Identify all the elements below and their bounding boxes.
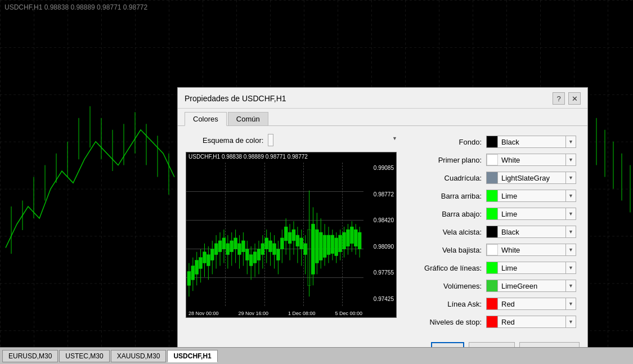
price-label-3: 0.98090 (365, 244, 396, 250)
svg-rect-87 (253, 252, 257, 263)
tab-comun[interactable]: Común (228, 112, 268, 125)
tab-bar: EURUSD,M30 USTEC,M30 XAUUSD,M30 USDCHF,H… (0, 347, 633, 364)
svg-rect-77 (214, 244, 218, 255)
setting-row-cuadricula: Cuadrícula: LightSlateGray ▼ (408, 170, 580, 186)
svg-rect-80 (226, 244, 230, 255)
color-dropdown-niveles-stop[interactable]: ▼ (565, 316, 576, 327)
setting-row-volumenes: Volúmenes: LimeGreen ▼ (408, 278, 580, 294)
color-swatch-linea-ask (487, 298, 498, 309)
color-picker-linea-ask[interactable]: Red ▼ (486, 298, 576, 310)
color-picker-primerplano[interactable]: White ▼ (486, 154, 576, 166)
properties-dialog: Propiedades de USDCHF,H1 ? ✕ Colores Com… (177, 87, 588, 364)
color-picker-grafico-lineas[interactable]: Lime ▼ (486, 262, 576, 274)
close-button[interactable]: ✕ (568, 92, 581, 105)
time-label-0: 28 Nov 00:00 (188, 311, 219, 316)
setting-row-barra-arriba: Barra arriba: Lime ▼ (408, 188, 580, 204)
color-scheme-select[interactable] (268, 134, 273, 146)
svg-rect-79 (222, 238, 226, 249)
preview-time-labels: 28 Nov 00:00 29 Nov 16:00 1 Dec 08:00 5 … (188, 311, 362, 316)
setting-label-cuadricula: Cuadrícula: (408, 174, 482, 182)
color-scheme-row: Esquema de color: (186, 134, 399, 146)
color-picker-volumenes[interactable]: LimeGreen ▼ (486, 280, 576, 292)
svg-rect-93 (276, 249, 280, 260)
svg-rect-98 (296, 235, 299, 246)
color-dropdown-grafico-lineas[interactable]: ▼ (565, 262, 576, 273)
svg-rect-91 (269, 241, 272, 252)
color-picker-vela-alcista[interactable]: Black ▼ (486, 226, 576, 238)
tab-eurusd[interactable]: EURUSD,M30 (2, 350, 58, 362)
color-dropdown-vela-alcista[interactable]: ▼ (565, 226, 576, 237)
preview-candles-svg (186, 163, 363, 306)
color-name-linea-ask: Red (498, 300, 565, 308)
svg-rect-73 (199, 258, 203, 269)
color-swatch-cuadricula (487, 172, 498, 183)
color-dropdown-cuadricula[interactable]: ▼ (565, 172, 576, 183)
svg-rect-84 (241, 241, 245, 252)
color-picker-barra-arriba[interactable]: Lime ▼ (486, 190, 576, 202)
color-dropdown-barra-abajo[interactable]: ▼ (565, 208, 576, 219)
setting-row-vela-bajista: Vela bajista: White ▼ (408, 242, 580, 258)
color-name-barra-arriba: Lime (498, 192, 565, 200)
color-name-barra-abajo: Lime (498, 210, 565, 218)
svg-rect-88 (257, 249, 261, 260)
svg-rect-112 (350, 227, 353, 244)
dialog-controls: ? ✕ (553, 92, 581, 105)
color-swatch-primerplano (487, 154, 498, 165)
svg-rect-100 (304, 244, 307, 255)
price-label-4: 0.97755 (365, 269, 396, 276)
svg-rect-71 (191, 266, 195, 280)
color-dropdown-barra-arriba[interactable]: ▼ (565, 190, 576, 201)
svg-rect-74 (203, 252, 206, 263)
svg-rect-110 (343, 232, 346, 249)
color-swatch-barra-abajo (487, 208, 498, 219)
svg-rect-111 (346, 230, 349, 246)
tab-colores[interactable]: Colores (185, 112, 227, 126)
setting-label-barra-abajo: Barra abajo: (408, 210, 482, 218)
time-label-1: 29 Nov 16:00 (238, 311, 268, 316)
price-label-0: 0.99085 (365, 165, 396, 171)
setting-label-grafico-lineas: Gráfico de líneas: (408, 264, 482, 272)
color-dropdown-linea-ask[interactable]: ▼ (565, 298, 576, 309)
color-dropdown-vela-bajista[interactable]: ▼ (565, 244, 576, 255)
svg-rect-89 (261, 244, 264, 255)
setting-label-primerplano: Primer plano: (408, 156, 482, 164)
svg-rect-99 (300, 238, 303, 249)
setting-row-vela-alcista: Vela alcista: Black ▼ (408, 224, 580, 240)
svg-rect-90 (265, 238, 268, 249)
dialog-titlebar: Propiedades de USDCHF,H1 ? ✕ (178, 88, 587, 109)
color-picker-vela-bajista[interactable]: White ▼ (486, 244, 576, 256)
color-picker-cuadricula[interactable]: LightSlateGray ▼ (486, 172, 576, 184)
color-picker-barra-abajo[interactable]: Lime ▼ (486, 208, 576, 220)
color-picker-niveles-stop[interactable]: Red ▼ (486, 316, 576, 328)
setting-label-barra-arriba: Barra arriba: (408, 192, 482, 200)
color-name-primerplano: White (498, 156, 565, 164)
setting-row-niveles-stop: Niveles de stop: Red ▼ (408, 314, 580, 330)
preview-panel: Esquema de color: USDCHF,H1 0.98838 0.98… (186, 134, 399, 332)
svg-rect-78 (218, 241, 222, 252)
dialog-tabs: Colores Común (178, 109, 587, 125)
tab-ustec[interactable]: USTEC,M30 (59, 350, 109, 362)
preview-header: USDCHF,H1 0.98838 0.98889 0.98771 0.9877… (186, 152, 310, 161)
svg-rect-102 (311, 224, 315, 274)
color-scheme-label: Esquema de color: (203, 136, 263, 145)
svg-rect-113 (354, 230, 357, 246)
svg-rect-107 (331, 235, 334, 254)
color-dropdown-volumenes[interactable]: ▼ (565, 280, 576, 291)
svg-rect-104 (319, 232, 322, 260)
color-dropdown-primerplano[interactable]: ▼ (565, 154, 576, 165)
color-picker-fondo[interactable]: Black ▼ (486, 136, 576, 148)
tab-usdchf[interactable]: USDCHF,H1 (167, 350, 217, 362)
color-name-fondo: Black (498, 138, 565, 146)
svg-rect-108 (335, 238, 338, 256)
color-swatch-volumenes (487, 280, 498, 291)
help-button[interactable]: ? (553, 92, 565, 105)
svg-rect-97 (292, 230, 295, 241)
tab-xauusd[interactable]: XAUUSD,M30 (111, 350, 167, 362)
color-name-vela-bajista: White (498, 246, 565, 254)
setting-row-barra-abajo: Barra abajo: Lime ▼ (408, 206, 580, 222)
color-dropdown-fondo[interactable]: ▼ (565, 136, 576, 147)
setting-label-linea-ask: Línea Ask: (408, 300, 482, 308)
dialog-body: Esquema de color: USDCHF,H1 0.98838 0.98… (178, 125, 587, 338)
setting-label-volumenes: Volúmenes: (408, 282, 482, 290)
color-swatch-grafico-lineas (487, 262, 498, 273)
